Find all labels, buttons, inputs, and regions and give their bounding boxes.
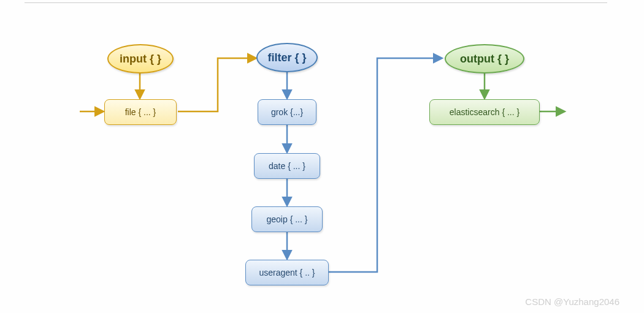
filter-stage-ellipse: filter { } bbox=[256, 43, 318, 72]
elasticsearch-plugin-box: elasticsearch { ... } bbox=[429, 99, 540, 125]
output-stage-ellipse: output { } bbox=[445, 44, 524, 74]
file-plugin-box: file { ... } bbox=[104, 99, 177, 125]
watermark-text: CSDN @Yuzhang2046 bbox=[525, 296, 619, 307]
useragent-plugin-box: useragent { .. } bbox=[245, 260, 329, 285]
input-stage-ellipse: input { } bbox=[107, 44, 174, 74]
geoip-plugin-box: geoip { ... } bbox=[251, 206, 323, 232]
grok-plugin-box: grok {...} bbox=[258, 99, 316, 125]
date-plugin-box: date { ... } bbox=[254, 153, 320, 179]
